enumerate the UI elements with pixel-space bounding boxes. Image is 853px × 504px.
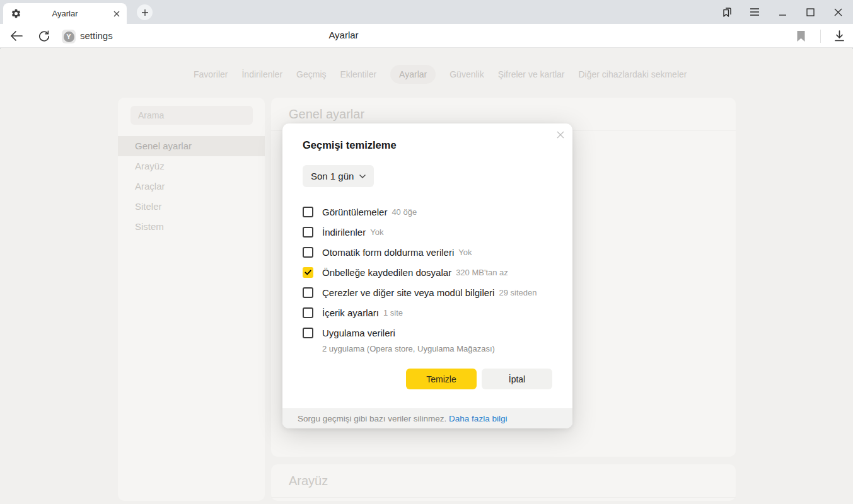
tab-title: Ayarlar: [3, 9, 127, 18]
minimize-icon[interactable]: [773, 3, 792, 21]
download-icon[interactable]: [831, 28, 847, 43]
option-detail: 320 MB'tan az: [456, 268, 508, 277]
period-dropdown-value: Son 1 gün: [311, 171, 354, 181]
clear-option-row[interactable]: Çerezler ve diğer site veya modül bilgil…: [303, 282, 555, 302]
window-close-icon[interactable]: [828, 3, 847, 21]
nav-tab-indirilenler[interactable]: İndirilenler: [241, 65, 282, 84]
browser-window: Ayarlar Y settings: [0, 0, 853, 504]
nav-tab-ayarlar[interactable]: Ayarlar: [390, 65, 436, 84]
option-label: İçerik ayarları: [322, 307, 379, 318]
omnibox-page-title: Ayarlar: [281, 30, 407, 40]
back-icon[interactable]: [8, 28, 25, 43]
dialog-buttons: Temizle İptal: [406, 369, 552, 389]
new-tab-button[interactable]: [137, 4, 153, 20]
option-label: İndirilenler: [322, 227, 366, 238]
nav-tab-guvenlik[interactable]: Güvenlik: [450, 65, 484, 84]
option-label: Görüntülemeler: [322, 207, 387, 217]
dialog-footer: Sorgu geçmişi gibi bazı veriler silinmez…: [282, 408, 572, 428]
checkbox[interactable]: [303, 287, 313, 298]
period-dropdown[interactable]: Son 1 gün: [303, 165, 374, 187]
checkbox[interactable]: [303, 227, 313, 238]
nav-tab-favoriler[interactable]: Favoriler: [194, 65, 228, 84]
clear-option-row[interactable]: Görüntülemeler 40 öğe: [303, 202, 555, 222]
side-panel-icon[interactable]: [717, 3, 736, 21]
footer-note: Sorgu geçmişi gibi bazı veriler silinmez…: [298, 414, 449, 423]
url-text[interactable]: settings: [80, 30, 113, 41]
more-info-link[interactable]: Daha fazla bilgi: [449, 414, 507, 423]
maximize-icon[interactable]: [801, 3, 820, 21]
option-label: Önbelleğe kaydedilen dosyalar: [322, 267, 451, 278]
nav-tab-diger-cihazlar[interactable]: Diğer cihazlardaki sekmeler: [578, 65, 687, 84]
titlebar: Ayarlar: [0, 0, 853, 24]
clear-option-row[interactable]: Otomatik form doldurma verileri Yok: [303, 242, 555, 262]
option-detail: 1 site: [383, 308, 403, 318]
option-sub-detail: 2 uygulama (Opera store, Uygulama Mağaza…: [322, 344, 555, 353]
nav-tab-sifreler[interactable]: Şifreler ve kartlar: [498, 65, 565, 84]
option-label: Uygulama verileri: [322, 328, 395, 338]
checkbox[interactable]: [303, 267, 313, 278]
checkbox[interactable]: [303, 328, 313, 338]
nav-tab-gecmis[interactable]: Geçmiş: [296, 65, 326, 84]
browser-tab[interactable]: Ayarlar: [3, 3, 127, 24]
clear-option-row[interactable]: Önbelleğe kaydedilen dosyalar 320 MB'tan…: [303, 262, 555, 282]
reload-icon[interactable]: [36, 28, 52, 43]
checkbox[interactable]: [303, 207, 313, 217]
clear-option-row[interactable]: İndirilenler Yok: [303, 222, 555, 242]
sidebar-item-arayuz[interactable]: Arayüz: [118, 156, 265, 176]
checkbox[interactable]: [303, 307, 313, 318]
sidebar-item-sistem[interactable]: Sistem: [118, 217, 265, 237]
clear-button[interactable]: Temizle: [406, 369, 477, 389]
interface-settings-title: Arayüz: [271, 464, 736, 498]
site-badge-yandex-icon[interactable]: Y: [62, 30, 76, 43]
option-detail: Yok: [458, 248, 472, 257]
menu-icon[interactable]: [745, 3, 764, 21]
chevron-down-icon: [359, 175, 366, 178]
option-detail: 40 öğe: [392, 207, 417, 217]
clear-options-list: Görüntülemeler 40 öğe İndirilenler Yok O…: [303, 202, 555, 353]
clear-option-row[interactable]: İçerik ayarları 1 site: [303, 302, 555, 323]
dialog-title: Geçmişi temizleme: [303, 139, 397, 151]
option-label: Otomatik form doldurma verileri: [322, 247, 454, 258]
tab-close-icon[interactable]: [112, 9, 122, 19]
sidebar-item-genel-ayarlar[interactable]: Genel ayarlar: [118, 136, 265, 156]
toolbar: [0, 24, 853, 48]
bookmark-icon[interactable]: [792, 28, 809, 43]
clear-history-dialog: Geçmişi temizleme Son 1 gün Görüntülemel…: [282, 123, 572, 428]
sidebar-search-input[interactable]: [131, 106, 253, 125]
toolbar-divider: [820, 30, 821, 43]
interface-settings-card: Arayüz: [271, 464, 736, 501]
option-detail: 29 siteden: [499, 288, 537, 297]
settings-sidebar: Genel ayarlar Arayüz Araçlar Siteler Sis…: [118, 98, 265, 501]
option-label: Çerezler ve diğer site veya modül bilgil…: [322, 287, 494, 298]
sidebar-item-araclar[interactable]: Araçlar: [118, 176, 265, 197]
nav-tab-eklentiler[interactable]: Eklentiler: [340, 65, 377, 84]
option-detail: Yok: [370, 227, 383, 237]
dialog-close-icon[interactable]: [555, 129, 566, 140]
cancel-button[interactable]: İptal: [482, 369, 552, 389]
sidebar-item-siteler[interactable]: Siteler: [118, 197, 265, 217]
settings-nav: Favoriler İndirilenler Geçmiş Eklentiler…: [194, 65, 687, 84]
clear-option-row[interactable]: Uygulama verileri: [303, 323, 555, 343]
checkbox[interactable]: [303, 247, 313, 258]
